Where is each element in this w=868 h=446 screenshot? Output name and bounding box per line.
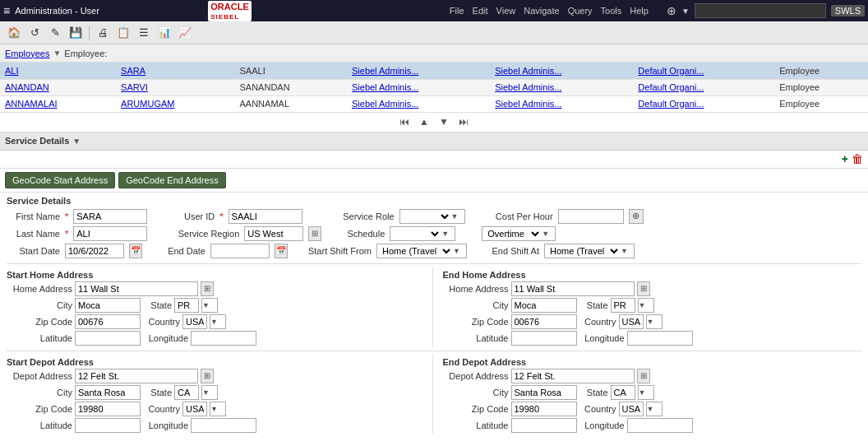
start-home-zip-input[interactable] <box>75 314 141 329</box>
emp-col6[interactable]: Default Organi... <box>633 79 774 95</box>
hamburger-icon[interactable]: ≡ <box>3 4 10 17</box>
service-details-expand-icon[interactable]: ▼ <box>72 137 81 146</box>
start-depot-address-lookup-icon[interactable]: ⊞ <box>201 369 214 383</box>
overtime-select[interactable]: Overtime <box>482 227 542 240</box>
emp-col4[interactable]: Siebel Adminis... <box>347 79 490 95</box>
schedule-select[interactable] <box>390 227 441 240</box>
emp-col5[interactable]: Siebel Adminis... <box>490 79 633 95</box>
end-depot-zip-input[interactable] <box>511 402 577 416</box>
start-shift-from-select[interactable]: Home (Travel In <box>377 244 453 258</box>
menu-help[interactable]: Help <box>630 6 649 16</box>
start-depot-latitude-input[interactable] <box>75 418 141 433</box>
table-row[interactable]: ANANDAN SARVI SANANDAN Siebel Adminis...… <box>0 79 868 95</box>
end-home-address-lookup-icon[interactable]: ⊞ <box>637 281 650 296</box>
start-home-country-dropdown[interactable]: ▼ <box>210 314 226 329</box>
last-name-input[interactable] <box>73 226 147 241</box>
nav-first-icon[interactable]: ⏮ <box>396 114 413 129</box>
end-depot-longitude-input[interactable] <box>627 418 693 433</box>
emp-col4[interactable]: Siebel Adminis... <box>347 95 490 112</box>
end-depot-state-input[interactable] <box>611 385 635 400</box>
menu-edit[interactable]: Edit <box>473 6 488 16</box>
end-depot-address-input[interactable] <box>511 369 635 383</box>
emp-first-name[interactable]: ANNAMALAI <box>0 95 116 112</box>
start-shift-from-dropdown[interactable]: Home (Travel In ▼ <box>376 244 467 258</box>
service-region-lookup-icon[interactable]: ⊞ <box>308 226 321 241</box>
emp-col4[interactable]: Siebel Adminis... <box>347 63 490 79</box>
add-record-button[interactable]: + <box>842 152 848 165</box>
global-search-input[interactable] <box>695 3 826 18</box>
emp-first-name[interactable]: ANANDAN <box>0 79 116 95</box>
end-home-city-input[interactable] <box>511 298 577 313</box>
emp-col6[interactable]: Default Organi... <box>633 95 774 112</box>
start-home-address-lookup-icon[interactable]: ⊞ <box>201 281 214 296</box>
clipboard-icon[interactable]: 📋 <box>114 24 132 42</box>
end-home-longitude-input[interactable] <box>627 331 693 346</box>
menu-file[interactable]: File <box>450 6 464 16</box>
start-depot-state-dropdown[interactable]: ▼ <box>201 385 218 400</box>
end-home-state-input[interactable] <box>611 298 635 313</box>
start-home-country-input[interactable] <box>182 314 207 329</box>
refresh-icon[interactable]: ↺ <box>25 24 44 42</box>
cost-per-hour-input[interactable] <box>558 209 624 224</box>
start-home-state-dropdown[interactable]: ▼ <box>201 298 218 313</box>
emp-col7[interactable]: Employee <box>774 95 868 112</box>
start-home-longitude-input[interactable] <box>191 331 256 346</box>
start-depot-longitude-input[interactable] <box>191 418 256 433</box>
end-home-latitude-input[interactable] <box>511 331 577 346</box>
first-name-input[interactable] <box>73 209 147 224</box>
end-shift-at-select[interactable]: Home (Travel In <box>545 244 621 258</box>
menu-query[interactable]: Query <box>568 6 593 16</box>
user-id-input[interactable] <box>229 209 302 224</box>
nav-last-icon[interactable]: ⏭ <box>455 114 472 129</box>
emp-id[interactable]: SANANDAN <box>235 79 347 95</box>
end-date-calendar-icon[interactable]: 📅 <box>275 244 288 258</box>
schedule-dropdown[interactable]: ▼ <box>390 226 455 241</box>
end-depot-country-dropdown[interactable]: ▼ <box>646 402 663 416</box>
globe-dropdown-icon[interactable]: ▼ <box>681 7 690 16</box>
emp-last-name[interactable]: SARVI <box>116 79 234 95</box>
emp-id[interactable]: SAALI <box>235 63 347 79</box>
end-depot-country-input[interactable] <box>619 402 644 416</box>
nav-next-icon[interactable]: ▼ <box>436 114 452 129</box>
end-home-country-input[interactable] <box>619 314 644 329</box>
geocode-end-address-button[interactable]: GeoCode End Address <box>118 172 226 188</box>
emp-col7[interactable]: Employee <box>774 79 868 95</box>
save-icon[interactable]: 💾 <box>67 24 85 42</box>
service-region-input[interactable] <box>244 226 303 241</box>
end-home-address-input[interactable] <box>511 281 635 296</box>
chart-icon[interactable]: 📊 <box>155 24 173 42</box>
home-icon[interactable]: 🏠 <box>5 24 23 42</box>
start-home-state-input[interactable] <box>174 298 199 313</box>
emp-col5[interactable]: Siebel Adminis... <box>490 95 633 112</box>
emp-first-name[interactable]: ALI <box>0 63 116 79</box>
emp-col6[interactable]: Default Organi... <box>633 63 774 79</box>
start-depot-state-input[interactable] <box>174 385 199 400</box>
emp-col7[interactable]: Employee <box>774 63 868 79</box>
start-depot-city-input[interactable] <box>75 385 141 400</box>
end-home-zip-input[interactable] <box>511 314 577 329</box>
overtime-dropdown[interactable]: Overtime ▼ <box>482 226 556 241</box>
delete-record-button[interactable]: 🗑 <box>852 152 863 165</box>
emp-last-name[interactable]: SARA <box>116 63 234 79</box>
start-depot-address-input[interactable] <box>75 369 198 383</box>
service-role-select[interactable] <box>400 210 451 223</box>
start-depot-country-input[interactable] <box>182 402 207 416</box>
menu-navigate[interactable]: Navigate <box>524 6 559 16</box>
end-date-input[interactable] <box>210 244 270 258</box>
emp-last-name[interactable]: ARUMUGAM <box>116 95 234 112</box>
print-icon[interactable]: 🖨 <box>94 24 112 42</box>
nav-prev-icon[interactable]: ▲ <box>416 114 432 129</box>
end-home-state-dropdown[interactable]: ▼ <box>638 298 654 313</box>
end-depot-state-dropdown[interactable]: ▼ <box>638 385 654 400</box>
geocode-start-address-button[interactable]: GeoCode Start Address <box>5 172 115 188</box>
start-home-address-input[interactable] <box>75 281 198 296</box>
start-home-city-input[interactable] <box>75 298 141 313</box>
start-depot-zip-input[interactable] <box>75 402 141 416</box>
table-row[interactable]: ANNAMALAI ARUMUGAM AANNAMAL Siebel Admin… <box>0 95 868 112</box>
end-depot-city-input[interactable] <box>511 385 577 400</box>
emp-col5[interactable]: Siebel Adminis... <box>490 63 633 79</box>
start-date-input[interactable] <box>65 244 124 258</box>
end-depot-latitude-input[interactable] <box>511 418 577 433</box>
end-shift-at-dropdown[interactable]: Home (Travel In ▼ <box>544 244 635 258</box>
cost-per-hour-lookup-icon[interactable]: ⊕ <box>629 209 644 224</box>
